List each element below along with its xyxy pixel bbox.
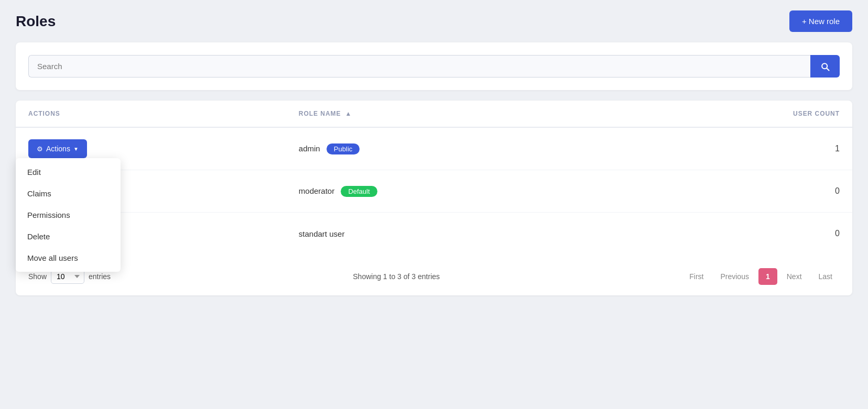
dropdown-item-delete[interactable]: Delete <box>16 226 121 247</box>
pagination-previous[interactable]: Previous <box>713 268 756 285</box>
search-panel <box>16 42 852 90</box>
entries-label: entries <box>89 272 111 281</box>
table-panel: ACTIONS ROLE NAME ▲ USER COUNT ⚙Actions▼… <box>16 101 852 295</box>
table-header-row: ACTIONS ROLE NAME ▲ USER COUNT <box>16 101 852 127</box>
role-name-cell: standart user <box>286 213 621 255</box>
role-name-cell: moderator Default <box>286 170 621 213</box>
page-title: Roles <box>16 13 56 30</box>
showing-info: Showing 1 to 3 of 3 entries <box>353 272 440 281</box>
search-button[interactable] <box>810 55 840 78</box>
dropdown-item-move_all_users[interactable]: Move all users <box>16 247 121 269</box>
search-icon <box>820 61 830 72</box>
pagination: First Previous 1 Next Last <box>682 268 840 285</box>
search-row <box>28 55 840 78</box>
role-name: moderator <box>299 186 334 195</box>
table-footer: Show 10 25 50 100 entries Showing 1 to 3… <box>16 260 852 285</box>
role-name: standart user <box>299 229 345 238</box>
gear-icon: ⚙ <box>37 145 43 153</box>
roles-table: ACTIONS ROLE NAME ▲ USER COUNT ⚙Actions▼… <box>16 101 852 255</box>
new-role-button[interactable]: + New role <box>789 10 852 32</box>
search-input[interactable] <box>28 55 810 78</box>
show-label: Show <box>28 272 47 281</box>
table-row: ⚙Actions▼EditClaimsPermissionsDeleteMove… <box>16 127 852 170</box>
table-row: ⚙Actions▼standart user0 <box>16 213 852 255</box>
pagination-last[interactable]: Last <box>811 268 840 285</box>
pagination-next[interactable]: Next <box>779 268 809 285</box>
actions-button[interactable]: ⚙Actions▼ <box>28 139 87 158</box>
col-header-role-name: ROLE NAME ▲ <box>286 101 621 127</box>
user-count-cell: 0 <box>621 213 852 255</box>
pagination-first[interactable]: First <box>682 268 711 285</box>
pagination-current[interactable]: 1 <box>758 268 777 285</box>
col-header-actions: ACTIONS <box>16 101 286 127</box>
actions-dropdown: EditClaimsPermissionsDeleteMove all user… <box>16 158 121 272</box>
role-name-cell: admin Public <box>286 127 621 170</box>
table-row: ⚙Actions▼moderator Default0 <box>16 170 852 213</box>
user-count-cell: 0 <box>621 170 852 213</box>
dropdown-item-edit[interactable]: Edit <box>16 161 121 183</box>
sort-icon: ▲ <box>345 110 352 117</box>
user-count-cell: 1 <box>621 127 852 170</box>
role-badge: Default <box>341 186 377 197</box>
col-header-user-count: USER COUNT <box>621 101 852 127</box>
caret-icon: ▼ <box>73 146 79 152</box>
dropdown-item-permissions[interactable]: Permissions <box>16 204 121 226</box>
role-badge: Public <box>327 143 360 154</box>
role-name: admin <box>299 144 320 153</box>
dropdown-item-claims[interactable]: Claims <box>16 183 121 204</box>
actions-cell: ⚙Actions▼EditClaimsPermissionsDeleteMove… <box>16 127 286 170</box>
page-header: Roles + New role <box>16 10 852 32</box>
